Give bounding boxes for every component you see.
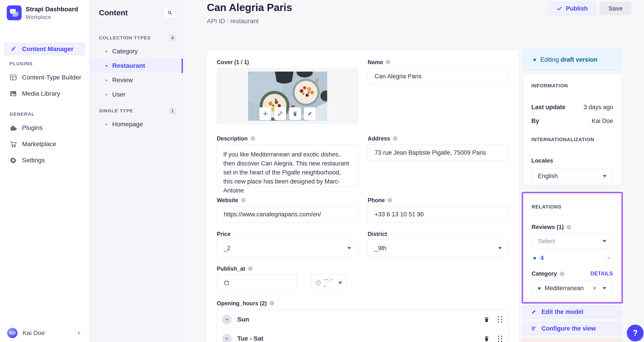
chevron-down-icon xyxy=(602,287,606,289)
website-input[interactable]: https://www.canalegriaparis.com/en/ xyxy=(217,206,358,223)
chevron-down-icon xyxy=(338,282,342,284)
subnav-item-label: User xyxy=(112,91,126,98)
opening-hours-repeatable: Sun Tue - Sat xyxy=(217,310,509,342)
category-relation-select[interactable]: Mediterranean xyxy=(532,280,613,296)
sidebar-item-marketplace[interactable]: Marketplace xyxy=(4,137,85,151)
group-title-collection-types: COLLECTION TYPES xyxy=(99,35,151,41)
subnav-item-user[interactable]: User xyxy=(90,87,183,102)
district-select[interactable]: _9th xyxy=(368,240,509,256)
bullet-icon xyxy=(106,94,107,95)
opening-hours-row-label: Tue - Sat xyxy=(237,335,484,342)
bullet-icon xyxy=(106,65,107,67)
price-select[interactable]: _2 xyxy=(217,240,358,256)
globe-icon xyxy=(250,136,256,141)
quill-icon xyxy=(10,45,17,53)
draft-dot-icon xyxy=(533,257,536,259)
edit-model-button[interactable]: Edit the model xyxy=(523,305,621,318)
subnav-item-homepage[interactable]: Homepage xyxy=(90,117,183,131)
collapse-sidebar-button[interactable] xyxy=(75,329,83,337)
details-link[interactable]: DETAILS xyxy=(590,271,613,277)
publish-at-time-input[interactable]: --:-- xyxy=(311,274,346,291)
save-label: Save xyxy=(608,5,623,12)
sidebar-item-content-type-builder[interactable]: Content-Type Builder xyxy=(4,71,85,84)
sidebar-item-label: Plugins xyxy=(22,124,43,131)
copy-link-button[interactable] xyxy=(274,107,286,120)
chevron-down-icon xyxy=(603,175,607,178)
description-textarea[interactable]: If you like Mediterranean and exotic dis… xyxy=(217,144,358,187)
by-label: By xyxy=(531,117,539,124)
clear-icon[interactable] xyxy=(592,286,597,291)
district-value: _9th xyxy=(374,245,386,252)
subnav-item-label: Homepage xyxy=(112,121,143,128)
name-input[interactable]: Can Alegria Paris xyxy=(368,68,509,85)
add-media-button[interactable] xyxy=(259,107,272,120)
check-icon xyxy=(557,6,562,11)
avatar[interactable]: KD xyxy=(7,328,18,338)
link-icon xyxy=(278,111,283,116)
globe-icon xyxy=(386,60,390,65)
calendar-icon xyxy=(224,280,230,286)
image-icon xyxy=(10,90,17,97)
sidebar-item-content-manager[interactable]: Content Manager xyxy=(4,43,85,56)
publish-at-date-input[interactable] xyxy=(217,274,297,291)
sidebar-item-label: Content-Type Builder xyxy=(22,74,81,81)
subnav-item-label: Category xyxy=(112,48,138,55)
locale-select[interactable]: English xyxy=(531,168,613,184)
chevron-down-icon xyxy=(347,247,351,249)
sidebar-item-plugins[interactable]: Plugins xyxy=(4,121,85,134)
drag-handle-icon[interactable] xyxy=(498,316,502,322)
status-prefix: Editing xyxy=(540,56,559,63)
locales-label: Locales xyxy=(531,157,613,164)
subnav-item-category[interactable]: Category xyxy=(90,44,183,59)
address-input[interactable]: 73 rue Jean Baptiste Pigalle, 75009 Pari… xyxy=(368,144,509,161)
help-button[interactable]: ? xyxy=(627,325,644,341)
sidebar-section-general: GENERAL xyxy=(4,111,85,117)
description-label: Description xyxy=(217,135,248,142)
status-dot-icon xyxy=(533,59,536,61)
publish-button[interactable]: Publish xyxy=(549,2,596,15)
trash-icon[interactable] xyxy=(484,336,490,341)
globe-icon xyxy=(388,198,392,203)
sidebar-item-settings[interactable]: Settings xyxy=(4,154,85,167)
category-value: Mediterranean xyxy=(544,285,584,292)
review-relation-item[interactable]: 4 xyxy=(540,255,544,262)
reviews-relation-select[interactable]: Select xyxy=(532,233,613,249)
api-id-subtitle: API ID : restaurant xyxy=(207,18,258,25)
opening-hours-row-tue-sat: Tue - Sat xyxy=(217,329,509,342)
drag-handle-icon[interactable] xyxy=(498,336,502,342)
name-label: Name xyxy=(368,59,383,66)
globe-icon xyxy=(393,136,398,141)
divider xyxy=(532,215,613,216)
divider xyxy=(531,148,613,148)
remove-relation-button[interactable] xyxy=(605,254,613,262)
last-update-value: 3 days ago xyxy=(584,104,613,111)
expand-accordion-button[interactable] xyxy=(222,314,232,324)
by-value: Kai Doe xyxy=(592,117,613,124)
search-button[interactable] xyxy=(164,7,176,18)
expand-accordion-button[interactable] xyxy=(222,334,232,342)
subnav-item-review[interactable]: Review xyxy=(90,73,183,87)
subnav-item-restaurant[interactable]: Restaurant xyxy=(90,59,183,73)
opening-hours-row-label: Sun xyxy=(237,316,484,323)
delete-media-button[interactable] xyxy=(289,107,301,120)
last-update-label: Last update xyxy=(531,104,566,111)
edit-media-button[interactable] xyxy=(304,107,316,120)
app-title: Strapi Dashboard xyxy=(26,6,78,13)
delete-entry-button[interactable] xyxy=(523,339,621,342)
configure-view-button[interactable]: Configure the view xyxy=(523,322,621,335)
globe-icon xyxy=(248,266,253,271)
phone-input[interactable]: +33 6 13 10 51 90 xyxy=(368,206,509,223)
plus-icon xyxy=(262,111,268,117)
sidebar-item-media-library[interactable]: Media Library xyxy=(4,87,85,100)
subnav-title: Content xyxy=(99,8,128,17)
chevron-down-icon xyxy=(498,247,502,249)
save-button[interactable]: Save xyxy=(600,2,632,15)
time-placeholder: --:-- xyxy=(324,276,336,290)
chevron-down-icon xyxy=(225,317,229,322)
trash-icon[interactable] xyxy=(484,316,490,322)
sidebar-item-label: Content Manager xyxy=(22,46,74,53)
reviews-label: Reviews (1) xyxy=(532,224,564,231)
workspace-header[interactable]: Strapi Dashboard Workplace xyxy=(0,0,89,26)
sidebar-section-plugins: PLUGINS xyxy=(4,61,85,66)
sidebar-item-label: Marketplace xyxy=(22,140,56,148)
